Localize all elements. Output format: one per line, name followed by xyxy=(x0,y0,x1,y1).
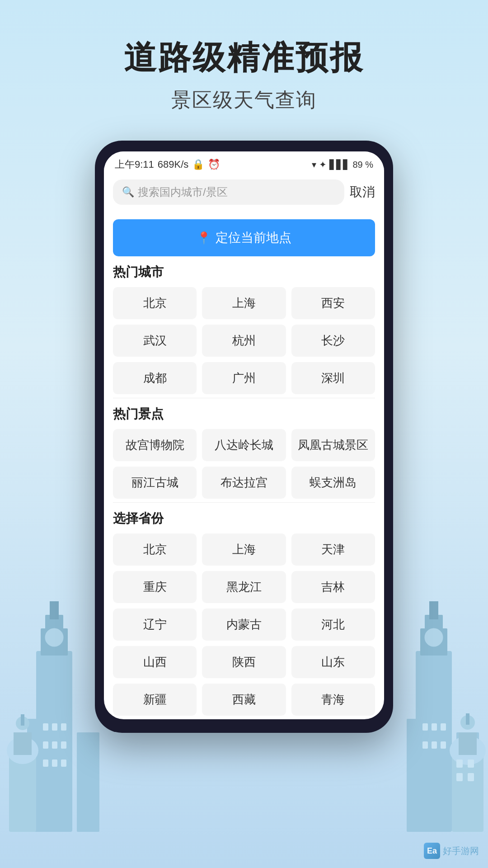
province-item[interactable]: 青海 xyxy=(291,684,375,716)
divider-1 xyxy=(113,398,375,398)
svg-rect-14 xyxy=(61,723,66,731)
hot-spots-section: 热门景点 故宫博物院八达岭长城凤凰古城景区丽江古城布达拉宫蜈支洲岛 xyxy=(104,406,384,499)
svg-rect-32 xyxy=(466,713,469,725)
provinces-grid: 北京上海天津重庆黑龙江吉林辽宁内蒙古河北山西陕西山东新疆西藏青海 xyxy=(113,533,375,716)
svg-rect-11 xyxy=(21,714,24,726)
provinces-title: 选择省份 xyxy=(113,510,375,527)
hot-city-item[interactable]: 北京 xyxy=(113,287,197,319)
hot-city-item[interactable]: 长沙 xyxy=(291,325,375,357)
province-item[interactable]: 上海 xyxy=(202,533,286,566)
svg-rect-34 xyxy=(432,723,437,731)
svg-rect-20 xyxy=(61,760,66,767)
svg-rect-16 xyxy=(52,741,57,749)
battery-percent: 89 % xyxy=(352,160,373,170)
svg-point-25 xyxy=(424,627,444,647)
search-input-box[interactable]: 🔍 搜索国内城市/景区 xyxy=(113,179,344,205)
phone-frame: 上午9:11 689K/s 🔒 ⏰ ▾ ✦ ▋▋▋ 89 % 🔍 搜索国内城市/… xyxy=(95,141,393,733)
hot-cities-grid: 北京上海西安武汉杭州长沙成都广州深圳 xyxy=(113,287,375,394)
province-item[interactable]: 北京 xyxy=(113,533,197,566)
provinces-section: 选择省份 北京上海天津重庆黑龙江吉林辽宁内蒙古河北山西陕西山东新疆西藏青海 xyxy=(104,510,384,716)
phone-screen: 上午9:11 689K/s 🔒 ⏰ ▾ ✦ ▋▋▋ 89 % 🔍 搜索国内城市/… xyxy=(104,151,384,719)
alarm-icon: ⏰ xyxy=(208,159,220,170)
province-item[interactable]: 辽宁 xyxy=(113,609,197,641)
svg-rect-40 xyxy=(468,760,474,768)
hot-city-item[interactable]: 杭州 xyxy=(202,325,286,357)
province-item[interactable]: 山东 xyxy=(291,646,375,678)
search-placeholder: 搜索国内城市/景区 xyxy=(138,185,228,199)
province-item[interactable]: 陕西 xyxy=(202,646,286,678)
hot-spots-grid: 故宫博物院八达岭长城凤凰古城景区丽江古城布达拉宫蜈支洲岛 xyxy=(113,429,375,499)
province-item[interactable]: 吉林 xyxy=(291,571,375,603)
svg-rect-3 xyxy=(50,601,59,619)
svg-rect-42 xyxy=(468,773,474,781)
status-time: 上午9:11 xyxy=(115,158,154,171)
watermark-text: 好手游网 xyxy=(443,845,479,857)
hot-spot-item[interactable]: 凤凰古城景区 xyxy=(291,429,375,461)
hot-spots-title: 热门景点 xyxy=(113,406,375,423)
svg-rect-26 xyxy=(407,719,425,832)
hot-city-item[interactable]: 武汉 xyxy=(113,325,197,357)
province-item[interactable]: 山西 xyxy=(113,646,197,678)
svg-rect-6 xyxy=(77,732,99,832)
svg-rect-36 xyxy=(422,741,428,749)
status-right: ▾ ✦ ▋▋▋ 89 % xyxy=(312,159,373,170)
hot-city-item[interactable]: 深圳 xyxy=(291,362,375,394)
svg-rect-41 xyxy=(456,773,463,781)
svg-rect-33 xyxy=(422,723,428,731)
province-item[interactable]: 河北 xyxy=(291,609,375,641)
svg-rect-18 xyxy=(43,760,48,767)
status-bar: 上午9:11 689K/s 🔒 ⏰ ▾ ✦ ▋▋▋ 89 % xyxy=(104,151,384,175)
location-pin-icon: 📍 xyxy=(197,231,211,245)
svg-rect-13 xyxy=(52,723,57,731)
search-bar-container: 🔍 搜索国内城市/景区 取消 xyxy=(104,175,384,212)
hot-spot-item[interactable]: 八达岭长城 xyxy=(202,429,286,461)
svg-rect-9 xyxy=(14,732,32,755)
phone-mockup: 上午9:11 689K/s 🔒 ⏰ ▾ ✦ ▋▋▋ 89 % 🔍 搜索国内城市/… xyxy=(95,141,393,733)
province-item[interactable]: 内蒙古 xyxy=(202,609,286,641)
hot-city-item[interactable]: 上海 xyxy=(202,287,286,319)
lock-icon: 🔒 xyxy=(192,159,204,170)
sub-title: 景区级天气查询 xyxy=(0,87,488,113)
province-item[interactable]: 黑龙江 xyxy=(202,571,286,603)
location-button[interactable]: 📍 定位当前地点 xyxy=(113,219,375,256)
province-item[interactable]: 重庆 xyxy=(113,571,197,603)
province-item[interactable]: 新疆 xyxy=(113,684,197,716)
hot-spot-item[interactable]: 故宫博物院 xyxy=(113,429,197,461)
hot-spot-item[interactable]: 布达拉宫 xyxy=(202,467,286,499)
hot-spot-item[interactable]: 丽江古城 xyxy=(113,467,197,499)
location-btn-text: 定位当前地点 xyxy=(216,229,291,246)
svg-rect-37 xyxy=(432,741,437,749)
status-speed: 689K/s xyxy=(158,159,189,170)
svg-rect-17 xyxy=(61,741,66,749)
hot-city-item[interactable]: 西安 xyxy=(291,287,375,319)
province-item[interactable]: 天津 xyxy=(291,533,375,566)
svg-rect-15 xyxy=(43,741,48,749)
svg-rect-19 xyxy=(52,760,57,767)
province-item[interactable]: 西藏 xyxy=(202,684,286,716)
footer-watermark: Ea 好手游网 xyxy=(424,843,479,859)
watermark-icon-text: Ea xyxy=(427,846,437,856)
status-left: 上午9:11 689K/s 🔒 ⏰ xyxy=(115,158,220,171)
header: 道路级精准预报 景区级天气查询 xyxy=(0,0,488,141)
hot-city-item[interactable]: 广州 xyxy=(202,362,286,394)
watermark-icon: Ea xyxy=(424,843,440,859)
bluetooth-icon: ✦ xyxy=(319,159,327,170)
main-title: 道路级精准预报 xyxy=(0,36,488,80)
svg-rect-39 xyxy=(456,760,463,768)
svg-rect-30 xyxy=(459,732,477,755)
hot-city-item[interactable]: 成都 xyxy=(113,362,197,394)
signal-icon: ▋▋▋ xyxy=(329,159,350,170)
cancel-button[interactable]: 取消 xyxy=(350,182,375,203)
svg-rect-35 xyxy=(441,723,446,731)
search-icon: 🔍 xyxy=(122,186,134,198)
svg-rect-24 xyxy=(429,601,438,619)
hot-cities-title: 热门城市 xyxy=(113,264,375,281)
wifi-icon: ▾ xyxy=(312,159,316,170)
divider-2 xyxy=(113,502,375,503)
svg-point-4 xyxy=(44,627,64,647)
svg-rect-38 xyxy=(441,741,446,749)
hot-spot-item[interactable]: 蜈支洲岛 xyxy=(291,467,375,499)
hot-cities-section: 热门城市 北京上海西安武汉杭州长沙成都广州深圳 xyxy=(104,264,384,394)
svg-rect-12 xyxy=(43,723,48,731)
